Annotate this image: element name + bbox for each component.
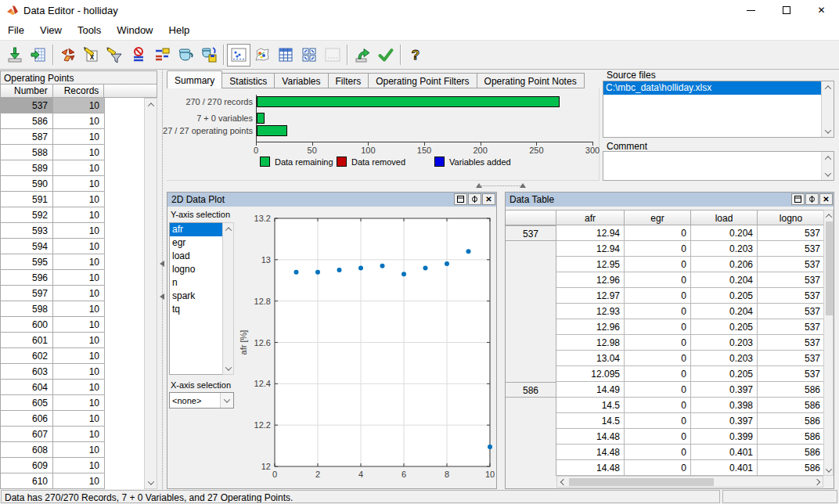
table-cell[interactable]: 537 (758, 241, 825, 257)
table-row[interactable]: 14.500.398586 (506, 398, 825, 413)
close-panel-button[interactable]: ✕ (482, 193, 495, 205)
table-cell[interactable]: 0.206 (691, 257, 758, 272)
minimize-button[interactable] (733, 0, 769, 20)
table-row[interactable]: 59210 (1, 207, 105, 223)
menu-tools[interactable]: Tools (70, 21, 109, 39)
table-row[interactable]: 58610 (1, 113, 105, 129)
column-header-logno[interactable]: logno (758, 210, 825, 225)
table-cell[interactable]: 14.5 (556, 398, 625, 413)
scroll-down-icon[interactable] (223, 362, 233, 374)
tab-filters[interactable]: Filters (329, 73, 369, 88)
table-cell[interactable]: 14.48 (556, 460, 625, 476)
table-cell[interactable]: 0 (625, 382, 691, 398)
table-row[interactable]: 59710 (1, 286, 105, 301)
table-cell[interactable]: 0 (625, 304, 691, 319)
menu-window[interactable]: Window (109, 21, 160, 39)
data-table-vscrollbar[interactable] (823, 210, 834, 476)
table-row[interactable]: 58614.4900.397586 (506, 382, 825, 398)
table-cell[interactable]: 12.96 (556, 272, 625, 288)
table-cell[interactable]: 0.397 (691, 413, 758, 429)
import-data-button[interactable] (3, 44, 27, 67)
table-row[interactable]: 60210 (1, 348, 105, 364)
table-row[interactable]: 12.9700.205537 (506, 288, 825, 304)
table-row[interactable]: 60110 (1, 333, 105, 348)
table-row[interactable]: 12.9400.203537 (506, 241, 825, 257)
table-row[interactable]: 60010 (1, 317, 105, 333)
table-row[interactable]: 12.9600.205537 (506, 319, 825, 335)
save-to-storage-button[interactable] (197, 44, 221, 67)
table-cell[interactable]: 14.49 (556, 382, 625, 398)
table-cell[interactable]: 0.204 (691, 304, 758, 319)
table-row[interactable]: 59610 (1, 270, 105, 286)
table-cell[interactable]: 0 (625, 225, 691, 241)
scrollbar-thumb[interactable] (569, 478, 714, 486)
table-cell[interactable]: 14.48 (556, 445, 625, 460)
scroll-up-icon[interactable] (223, 223, 233, 235)
table-cell[interactable]: 0.204 (691, 225, 758, 241)
table-row[interactable]: 14.500.397586 (506, 413, 825, 429)
collapse-up-icon[interactable] (520, 183, 526, 188)
table-cell[interactable]: 0 (625, 413, 691, 429)
table-cell[interactable]: 0 (625, 366, 691, 382)
table-cell[interactable]: 537 (758, 272, 825, 288)
table-row[interactable]: 12.9500.206537 (506, 257, 825, 272)
table-row[interactable]: 60710 (1, 427, 105, 442)
table-cell[interactable]: 0 (625, 241, 691, 257)
table-cell[interactable]: 0.397 (691, 382, 758, 398)
table-cell[interactable]: 586 (758, 398, 825, 413)
table-cell[interactable]: 586 (758, 382, 825, 398)
x-axis-dropdown[interactable]: <none> (169, 392, 234, 409)
maximize-button[interactable] (769, 0, 804, 20)
y-axis-item-spark[interactable]: spark (170, 290, 222, 303)
table-cell[interactable]: 0 (625, 398, 691, 413)
table-row[interactable]: 58710 (1, 129, 105, 145)
table-cell[interactable]: 12.095 (556, 366, 625, 382)
help-button[interactable]: ? (404, 44, 427, 67)
table-cell[interactable]: 586 (758, 429, 825, 445)
collapse-left-icon[interactable] (160, 261, 164, 267)
table-row[interactable]: 59410 (1, 239, 105, 254)
table-cell[interactable]: 537 (758, 288, 825, 304)
table-row[interactable]: 12.9800.203537 (506, 335, 825, 351)
source-files-scrollbar[interactable] (821, 81, 834, 137)
table-row[interactable]: 14.4800.401586 (506, 460, 825, 476)
table-cell[interactable]: 0 (625, 445, 691, 460)
table-row[interactable]: 60310 (1, 364, 105, 380)
close-panel-button[interactable]: ✕ (819, 193, 833, 205)
table-row[interactable]: 12.09500.205537 (506, 366, 825, 382)
table-row[interactable]: 59010 (1, 176, 105, 192)
collapse-left-icon[interactable] (160, 293, 164, 300)
tab-operating-point-notes[interactable]: Operating Point Notes (477, 73, 585, 88)
edit-operating-point-button[interactable] (150, 44, 174, 67)
table-row[interactable]: 59510 (1, 254, 105, 270)
undock-button[interactable] (454, 193, 467, 205)
table-view-button[interactable] (274, 44, 297, 67)
y-axis-item-tq[interactable]: tq (170, 303, 222, 316)
apply-changes-button[interactable] (351, 44, 374, 67)
y-axis-list-scrollbar[interactable] (222, 222, 234, 375)
comment-input[interactable] (603, 151, 834, 181)
table-row[interactable]: 60410 (1, 380, 105, 395)
table-cell[interactable]: 0.401 (691, 460, 758, 476)
table-cell[interactable]: 537 (758, 304, 825, 319)
menu-file[interactable]: File (0, 21, 32, 39)
table-cell[interactable]: 0.401 (691, 445, 758, 460)
table-cell[interactable]: 537 (758, 225, 825, 241)
scroll-up-icon[interactable] (822, 152, 834, 164)
edit-variable-button[interactable]: x (80, 44, 103, 67)
table-cell[interactable]: 12.97 (556, 288, 625, 304)
dropdown-arrow-icon[interactable] (220, 393, 233, 408)
table-cell[interactable]: 0.399 (691, 429, 758, 445)
table-cell[interactable]: 537 (758, 351, 825, 366)
table-row[interactable]: 58810 (1, 145, 105, 160)
tab-statistics[interactable]: Statistics (222, 73, 275, 88)
table-row[interactable]: 59110 (1, 192, 105, 207)
table-cell[interactable]: 12.93 (556, 304, 625, 319)
table-cell[interactable]: 12.98 (556, 335, 625, 351)
scroll-down-icon[interactable] (145, 477, 157, 488)
table-cell[interactable]: 537 (758, 257, 825, 272)
column-header-afr[interactable]: afr (556, 210, 625, 225)
scatter-view-button[interactable] (227, 44, 250, 67)
edit-filter-button[interactable] (103, 44, 127, 67)
table-row[interactable]: 61010 (1, 473, 105, 489)
